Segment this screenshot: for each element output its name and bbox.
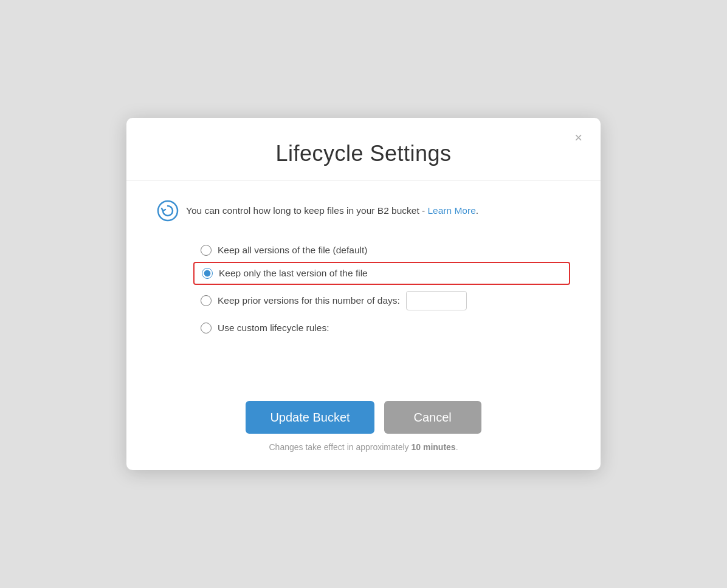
- days-input[interactable]: [406, 291, 467, 310]
- option-all-versions-label: Keep all versions of the file (default): [218, 245, 367, 256]
- lifecycle-settings-modal: Lifecycle Settings × You can control how…: [126, 118, 601, 470]
- lifecycle-icon: [157, 200, 179, 222]
- modal-title: Lifecycle Settings: [151, 141, 576, 166]
- modal-header: Lifecycle Settings ×: [126, 118, 601, 180]
- footer-buttons: Update Bucket Cancel: [246, 401, 481, 434]
- modal-body: You can control how long to keep files i…: [126, 180, 601, 389]
- info-text: You can control how long to keep files i…: [186, 205, 478, 216]
- option-prior-days[interactable]: Keep prior versions for this number of d…: [193, 285, 570, 316]
- option-custom-rules-label: Use custom lifecycle rules:: [218, 323, 329, 333]
- option-prior-days-label: Keep prior versions for this number of d…: [218, 295, 400, 306]
- option-last-version-label: Keep only the last version of the file: [219, 268, 368, 279]
- cancel-button[interactable]: Cancel: [384, 401, 481, 434]
- footer-note: Changes take effect in approximately 10 …: [269, 442, 458, 452]
- modal-footer: Update Bucket Cancel Changes take effect…: [126, 389, 601, 470]
- option-all-versions[interactable]: Keep all versions of the file (default): [193, 239, 570, 262]
- option-custom-rules[interactable]: Use custom lifecycle rules:: [193, 316, 570, 340]
- options-list: Keep all versions of the file (default) …: [157, 239, 570, 340]
- svg-point-0: [158, 201, 177, 220]
- learn-more-link[interactable]: Learn More: [428, 205, 476, 216]
- close-button[interactable]: ×: [570, 129, 587, 147]
- option-last-version[interactable]: Keep only the last version of the file: [193, 262, 570, 285]
- update-bucket-button[interactable]: Update Bucket: [246, 401, 374, 434]
- info-row: You can control how long to keep files i…: [157, 200, 570, 222]
- radio-prior-days[interactable]: [201, 295, 212, 306]
- radio-custom-rules[interactable]: [201, 323, 212, 333]
- radio-all-versions[interactable]: [201, 245, 212, 256]
- radio-last-version[interactable]: [202, 268, 213, 279]
